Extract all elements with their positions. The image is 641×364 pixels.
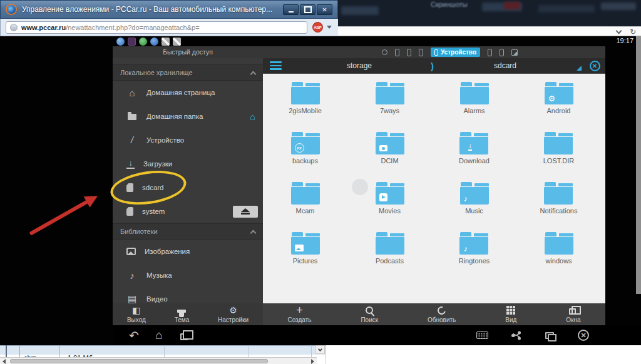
recents-icon[interactable] <box>178 331 190 340</box>
folder-icon <box>376 232 404 255</box>
sidebar-section-header[interactable]: Локальное хранилище <box>113 64 263 81</box>
maximize-button[interactable] <box>300 4 315 15</box>
folder-icon <box>544 182 573 205</box>
minimize-button[interactable] <box>283 4 299 15</box>
folder-icon: ↓ <box>459 132 488 154</box>
active-device-tab[interactable]: Устройство <box>431 48 480 57</box>
folder-item-music[interactable]: ♪Music <box>460 180 489 230</box>
music-note-icon: ♪ <box>463 245 468 253</box>
toolbar-button-shirt[interactable]: Тема <box>175 303 190 325</box>
breadcrumb-segment-storage[interactable]: storage <box>288 61 431 70</box>
folder-item-7ways[interactable]: 7ways <box>376 80 404 130</box>
toolbar-button-refresh[interactable]: Обновить <box>428 303 456 325</box>
share-icon[interactable] <box>510 331 522 340</box>
toolbar-button-search[interactable]: Поиск <box>361 303 378 325</box>
folder-item-alarms[interactable]: Alarms <box>460 80 489 130</box>
adblock-icon[interactable]: ABP <box>312 22 323 33</box>
toolbar-button-gear[interactable]: ⚙Настройки <box>218 303 249 325</box>
adblock-dropdown-icon[interactable] <box>327 26 332 29</box>
scrollbar-thumb[interactable] <box>10 359 268 363</box>
folder-tab <box>545 182 556 186</box>
toolbar-button-windows[interactable]: Окна <box>566 303 580 325</box>
sidebar-item-label: Музыка <box>146 271 172 279</box>
folder-icon <box>544 132 573 154</box>
close-panel-button[interactable]: ✕ <box>584 61 605 71</box>
scroll-right-icon[interactable] <box>311 359 314 364</box>
home-icon[interactable]: ⌂ <box>153 328 165 342</box>
nav-left-cluster: ↶⌂ <box>128 325 190 345</box>
folder-item-windows[interactable]: windows <box>545 230 573 280</box>
window-title: Управление вложениями - PCCar.ru - Ваш а… <box>22 5 279 14</box>
folder-item-android[interactable]: ⚙Android <box>545 80 573 130</box>
sidebar-section-header[interactable]: Библиотеки <box>113 223 263 240</box>
device-tab-icon[interactable] <box>500 49 504 56</box>
folder-item-movies[interactable]: Movies <box>376 180 404 230</box>
background-window-title: Скриншоты <box>431 1 468 8</box>
device-tab-icon[interactable] <box>407 49 411 56</box>
address-bar[interactable]: www.pccar.ru/newattachment.php?do=manage… <box>6 21 307 34</box>
device-tabs: Устройство <box>382 46 518 58</box>
background-scrollbar[interactable] <box>636 36 641 294</box>
sidebar-item-домашняя-папка[interactable]: Домашняя папка⌂ <box>113 104 263 128</box>
folder-flap <box>474 183 489 186</box>
folder-item-lost.dir[interactable]: LOST.DIR <box>543 130 575 180</box>
sidebar-item-label: Домашняя папка <box>146 113 203 120</box>
add-panel-icon[interactable] <box>511 49 518 56</box>
reload-icon[interactable]: ↻ <box>630 28 636 36</box>
device-tab-icon[interactable] <box>488 49 492 56</box>
background-window-fragment <box>538 5 595 13</box>
music-note-icon: ♪ <box>464 195 468 203</box>
sidebar-item-загрузки[interactable]: ↓Загрузки <box>113 152 263 176</box>
background-browser-toolbar: ↻ <box>338 26 641 36</box>
tshirt-icon <box>177 310 186 313</box>
sidebar-item-музыка[interactable]: ♪Музыка <box>113 263 263 287</box>
folder-item-2gismobile[interactable]: 2gisMobile <box>289 80 322 130</box>
breadcrumb-segment-sdcard[interactable]: sdcard <box>434 61 577 70</box>
sidebar-item-устройство[interactable]: /Устройство <box>113 128 263 152</box>
folder-item-ringtones[interactable]: ♪Ringtones <box>459 230 490 280</box>
folder-body <box>545 237 573 255</box>
browser-window: Управление вложениями - PCCar.ru - Ваш а… <box>0 0 338 36</box>
folder-item-podcasts[interactable]: Podcasts <box>376 230 404 280</box>
toolbar-button-grid[interactable]: Вид <box>505 303 516 325</box>
window-edge <box>326 345 326 364</box>
folder-item-notifications[interactable]: Notifications <box>540 180 578 230</box>
dropdown-chevron-icon[interactable] <box>616 28 622 34</box>
folder-item-pictures[interactable]: Pictures <box>291 230 320 280</box>
sidebar-item-видео[interactable]: ▤Видео <box>113 287 263 303</box>
gear-icon: ⚙ <box>229 305 237 315</box>
folder-tab <box>376 232 387 236</box>
windows-icon <box>570 305 576 315</box>
sidebar-item-label: Загрузки <box>143 160 172 168</box>
close-icon[interactable]: ✕ <box>577 330 590 341</box>
edit-gray-icon <box>173 38 181 46</box>
home-tab-icon[interactable] <box>382 49 387 55</box>
site-identity-icon[interactable] <box>10 24 18 31</box>
folder-item-backups[interactable]: FXbackups <box>291 130 320 180</box>
device-tab-icon[interactable] <box>395 49 399 56</box>
refresh-icon <box>436 305 448 316</box>
display-icon[interactable] <box>543 332 556 339</box>
horizontal-scrollbar[interactable] <box>0 357 317 364</box>
scroll-left-icon[interactable] <box>3 359 6 364</box>
folder-item-download[interactable]: ↓Download <box>459 130 490 180</box>
close-button[interactable]: ✕ <box>317 4 332 15</box>
toolbar-button-plus[interactable]: +Создать <box>287 303 311 325</box>
sidebar-item-домашняя-страница[interactable]: ⌂Домашняя страница <box>113 81 263 104</box>
vertical-scroll-down-button[interactable] <box>315 345 325 354</box>
device-tab-icon[interactable] <box>419 49 423 56</box>
eject-button[interactable] <box>233 206 258 218</box>
menu-icon[interactable] <box>263 61 288 70</box>
folder-item-dcim[interactable]: DCIM <box>376 130 404 180</box>
toolbar-button-label: Обновить <box>428 316 456 323</box>
back-icon[interactable]: ↶ <box>128 328 140 343</box>
sidebar-item-изображения[interactable]: Изображения <box>113 240 263 263</box>
window-titlebar[interactable]: Управление вложениями - PCCar.ru - Ваш а… <box>0 0 338 19</box>
gear-icon: ⚙ <box>548 94 556 103</box>
toolbar-button-label: Поиск <box>361 316 378 323</box>
folder-icon <box>376 182 404 205</box>
keyboard-icon[interactable] <box>476 331 488 339</box>
home-icon[interactable]: ⌂ <box>250 111 255 122</box>
folder-item-mcam[interactable]: Mcam <box>291 180 320 230</box>
toolbar-button-exit[interactable]: ◧Выход <box>127 303 146 325</box>
